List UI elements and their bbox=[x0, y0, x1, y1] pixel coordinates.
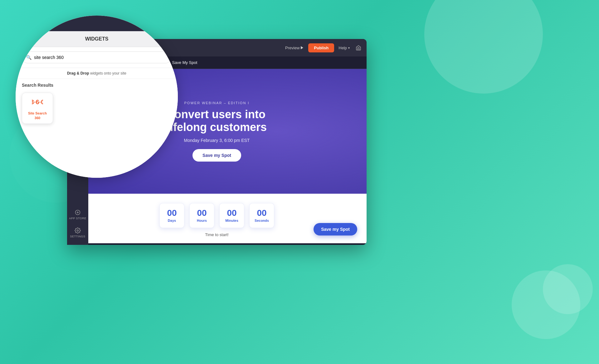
minutes-number: 00 bbox=[227, 209, 236, 217]
hours-label: Hours bbox=[197, 219, 207, 222]
help-chevron-icon: ▾ bbox=[348, 46, 350, 50]
mag-home-tab[interactable]: Home bbox=[22, 19, 43, 28]
hero-title-text2: ifelong customers bbox=[170, 121, 267, 133]
mag-widget-grid: 3·6·0 Site Search 360 bbox=[16, 90, 178, 127]
hero-title-text1: onvert users into bbox=[174, 108, 265, 121]
bg-decoration-3 bbox=[543, 264, 593, 314]
mag-search-container: 🔍 bbox=[16, 47, 178, 68]
mag-drag-drop-bold: Drag & Drop bbox=[67, 71, 89, 75]
mag-widget-name-ss360: Site Search 360 bbox=[25, 111, 50, 120]
countdown-days: 00 Days bbox=[159, 203, 184, 228]
seconds-label: Seconds bbox=[255, 219, 269, 222]
help-label: Help bbox=[338, 46, 347, 50]
mag-search-icon: 🔍 bbox=[26, 55, 32, 60]
mag-drag-drop-rest: widgets onto your site bbox=[89, 71, 126, 75]
sidebar-settings-label: SETTINGS bbox=[70, 235, 85, 238]
svg-point-21 bbox=[77, 230, 79, 231]
minutes-label: Minutes bbox=[225, 219, 238, 222]
preview-play-icon bbox=[301, 46, 303, 49]
mag-widget-icon-ss360: 3·6·0 bbox=[32, 96, 43, 109]
bg-decoration-2 bbox=[512, 270, 580, 339]
hero-title: convert users into lifelong customers bbox=[167, 108, 267, 134]
magnifier-overlay: Home WIDGETS 🔍 Drag & Drop widgets onto … bbox=[16, 16, 178, 178]
countdown-boxes: 00 Days 00 Hours 00 Minutes 00 Seconds bbox=[159, 203, 274, 228]
preview-button[interactable]: Preview bbox=[283, 46, 306, 50]
mag-results-label: Search Results bbox=[16, 79, 178, 90]
countdown-hours: 00 Hours bbox=[189, 203, 214, 228]
mag-top-bar: Home bbox=[16, 16, 178, 31]
magnifier-content: Home WIDGETS 🔍 Drag & Drop widgets onto … bbox=[16, 16, 178, 178]
hero-date: Monday February 3, 6:00 pm EST bbox=[167, 138, 267, 143]
sidebar-bottom: APP STORE SETTINGS bbox=[69, 206, 86, 242]
mag-search-input[interactable] bbox=[22, 51, 172, 63]
mag-widgets-header: WIDGETS bbox=[16, 31, 178, 47]
countdown-section: 00 Days 00 Hours 00 Minutes 00 Seconds T… bbox=[67, 194, 367, 243]
countdown-seconds: 00 Seconds bbox=[249, 203, 274, 228]
sidebar-appstore-label: APP STORE bbox=[69, 217, 86, 220]
hours-number: 00 bbox=[197, 209, 207, 217]
bg-decoration-1 bbox=[424, 0, 543, 94]
mag-widget-site-search-360[interactable]: 3·6·0 Site Search 360 bbox=[22, 93, 53, 124]
sidebar-item-settings[interactable]: SETTINGS bbox=[69, 224, 86, 242]
hero-cta-button[interactable]: Save my Spot bbox=[192, 149, 241, 162]
mag-drag-hint: Drag & Drop widgets onto your site bbox=[16, 68, 178, 79]
time-to-start-text: Time to start! bbox=[205, 232, 228, 237]
countdown-minutes: 00 Minutes bbox=[219, 203, 244, 228]
home-icon[interactable] bbox=[354, 43, 363, 52]
svg-text:3·6·0: 3·6·0 bbox=[32, 99, 43, 106]
help-button[interactable]: Help ▾ bbox=[337, 46, 352, 50]
days-label: Days bbox=[168, 219, 176, 222]
preview-label: Preview bbox=[285, 46, 300, 50]
publish-button[interactable]: Publish bbox=[308, 43, 334, 52]
hero-eyebrow: POWER WEBINAR – EDITION I bbox=[167, 101, 267, 105]
sidebar-item-appstore[interactable]: APP STORE bbox=[69, 206, 86, 224]
seconds-number: 00 bbox=[257, 209, 266, 217]
save-spot-fixed-button[interactable]: Save my Spot bbox=[314, 223, 357, 235]
days-number: 00 bbox=[167, 209, 177, 217]
